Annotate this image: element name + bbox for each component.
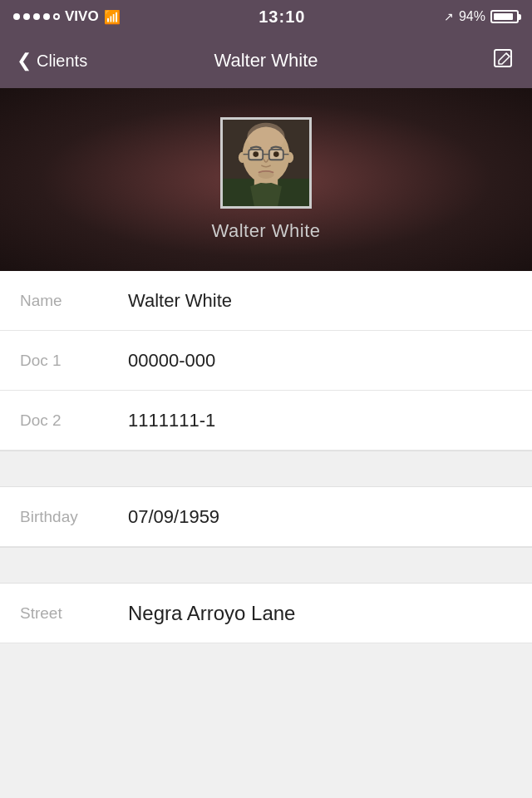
back-button[interactable]: ❮ Clients bbox=[17, 52, 87, 71]
edit-button[interactable] bbox=[492, 47, 515, 75]
street-label: Street bbox=[20, 604, 128, 623]
nav-title: Walter White bbox=[214, 50, 318, 71]
profile-hero-name: Walter White bbox=[211, 220, 320, 242]
status-bar: VIVO 📶 13:10 ↗ 94% bbox=[0, 0, 532, 33]
wifi-icon: 📶 bbox=[104, 9, 121, 25]
battery-percent: 94% bbox=[459, 9, 485, 24]
doc1-value: 00000-000 bbox=[128, 350, 215, 372]
section-divider-2 bbox=[0, 547, 532, 584]
svg-point-15 bbox=[273, 151, 279, 157]
clock: 13:10 bbox=[259, 7, 305, 27]
birthday-label: Birthday bbox=[20, 508, 128, 526]
battery-icon bbox=[490, 10, 519, 23]
doc1-label: Doc 1 bbox=[20, 352, 128, 370]
name-row: Name Walter White bbox=[0, 271, 532, 331]
signal-dot-5 bbox=[53, 13, 60, 20]
doc2-value: 1111111-1 bbox=[128, 410, 215, 431]
location-icon: ↗ bbox=[444, 10, 454, 23]
profile-photo bbox=[220, 117, 312, 209]
section-divider bbox=[0, 451, 532, 487]
doc2-label: Doc 2 bbox=[20, 411, 128, 430]
profile-photo-svg bbox=[223, 120, 309, 206]
name-value: Walter White bbox=[128, 290, 232, 312]
status-right: ↗ 94% bbox=[444, 9, 519, 24]
svg-point-7 bbox=[286, 152, 293, 163]
nav-bar: ❮ Clients Walter White bbox=[0, 33, 532, 88]
birthday-row: Birthday 07/09/1959 bbox=[0, 487, 532, 547]
street-row: Street Negra Arroyo Lane bbox=[0, 584, 532, 643]
carrier-label: VIVO bbox=[65, 8, 99, 25]
chevron-left-icon: ❮ bbox=[17, 52, 32, 70]
signal-dot-2 bbox=[23, 13, 30, 20]
signal-dot-3 bbox=[33, 13, 40, 20]
svg-point-6 bbox=[239, 152, 246, 163]
status-left: VIVO 📶 bbox=[13, 8, 121, 25]
birthday-value: 07/09/1959 bbox=[128, 506, 219, 528]
signal-dot-4 bbox=[43, 13, 50, 20]
signal-dot-1 bbox=[13, 13, 20, 20]
street-value: Negra Arroyo Lane bbox=[128, 602, 295, 625]
back-label: Clients bbox=[37, 52, 87, 71]
svg-point-16 bbox=[259, 170, 274, 178]
battery-fill bbox=[494, 13, 513, 20]
svg-point-14 bbox=[253, 151, 259, 157]
profile-hero: Walter White bbox=[0, 88, 532, 271]
signal-dots bbox=[13, 13, 60, 20]
doc2-row: Doc 2 1111111-1 bbox=[0, 391, 532, 451]
edit-icon bbox=[492, 47, 515, 71]
detail-section: Name Walter White Doc 1 00000-000 Doc 2 … bbox=[0, 271, 532, 643]
name-label: Name bbox=[20, 292, 128, 310]
doc1-row: Doc 1 00000-000 bbox=[0, 331, 532, 391]
